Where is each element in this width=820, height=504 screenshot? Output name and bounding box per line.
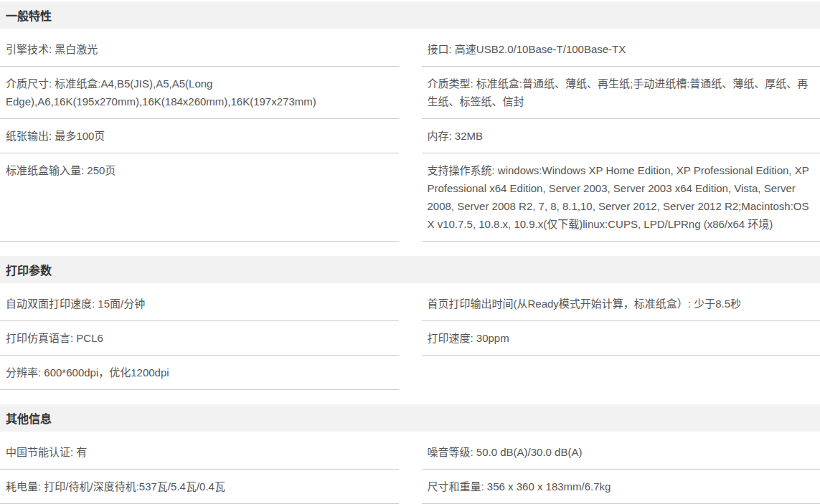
- section-header: 其他信息: [0, 404, 820, 432]
- spec-text: 引擎技术: 黑白激光: [6, 43, 98, 55]
- section-body: 自动双面打印速度: 15面/分钟首页打印输出时间(从Ready模式开始计算，标准…: [0, 287, 820, 390]
- section-title: 打印参数: [6, 261, 52, 278]
- spec-cell-left: 耗电量: 打印/待机/深度待机:537瓦/5.4瓦/0.4瓦: [0, 470, 399, 504]
- spec-text: 打印速度: 30ppm: [428, 332, 509, 344]
- spec-text: 接口: 高速USB2.0/10Base-T/100Base-TX: [428, 43, 626, 55]
- section-body: 中国节能认证: 有噪音等级: 50.0 dB(A)/30.0 dB(A)耗电量:…: [0, 435, 820, 504]
- spec-page: 一般特性 引擎技术: 黑白激光接口: 高速USB2.0/10Base-T/100…: [0, 0, 820, 504]
- spec-cell-left: 自动双面打印速度: 15面/分钟: [0, 287, 399, 321]
- spec-cell-left: 标准纸盒输入量: 250页: [0, 153, 399, 242]
- spec-cell-left: 纸张输出: 最多100页: [0, 119, 399, 153]
- spec-text: 支持操作系统: windows:Windows XP Home Edition,…: [428, 164, 809, 230]
- spec-text: 尺寸和重量: 356 x 360 x 183mm/6.7kg: [428, 480, 611, 493]
- spec-text: 纸张输出: 最多100页: [6, 130, 105, 142]
- spec-cell-left: 引擎技术: 黑白激光: [0, 32, 399, 67]
- spec-text: 噪音等级: 50.0 dB(A)/30.0 dB(A): [428, 446, 583, 458]
- spec-cell-right: 介质类型: 标准纸盒:普通纸、薄纸、再生纸;手动进纸槽:普通纸、薄纸、厚纸、再生…: [422, 67, 820, 119]
- spec-cell-left: 打印仿真语言: PCL6: [0, 321, 399, 356]
- spec-cell-right: [422, 356, 820, 390]
- spec-text: 介质类型: 标准纸盒:普通纸、薄纸、再生纸;手动进纸槽:普通纸、薄纸、厚纸、再生…: [428, 77, 809, 108]
- spec-cell-right: 首页打印输出时间(从Ready模式开始计算，标准纸盒）: 少于8.5秒: [422, 287, 820, 321]
- spec-cell-right: 接口: 高速USB2.0/10Base-T/100Base-TX: [422, 32, 820, 67]
- spec-text: 内存: 32MB: [428, 130, 484, 142]
- spec-cell-right: 尺寸和重量: 356 x 360 x 183mm/6.7kg: [422, 470, 820, 504]
- spec-cell-right: 内存: 32MB: [422, 119, 820, 153]
- spec-cell-left: 介质尺寸: 标准纸盒:A4,B5(JIS),A5,A5(Long Edge),A…: [0, 67, 399, 119]
- spec-section: 一般特性 引擎技术: 黑白激光接口: 高速USB2.0/10Base-T/100…: [0, 1, 820, 242]
- spec-text: 自动双面打印速度: 15面/分钟: [6, 298, 145, 310]
- spec-text: 分辨率: 600*600dpi，优化1200dpi: [6, 366, 169, 379]
- spec-text: 中国节能认证: 有: [6, 446, 87, 458]
- spec-text: 介质尺寸: 标准纸盒:A4,B5(JIS),A5,A5(Long Edge),A…: [6, 77, 316, 108]
- section-title: 一般特性: [6, 6, 52, 24]
- spec-cell-right: 噪音等级: 50.0 dB(A)/30.0 dB(A): [422, 435, 820, 470]
- section-title: 其他信息: [6, 409, 52, 427]
- section-body: 引擎技术: 黑白激光接口: 高速USB2.0/10Base-T/100Base-…: [0, 32, 820, 242]
- spec-section: 其他信息 中国节能认证: 有噪音等级: 50.0 dB(A)/30.0 dB(A…: [0, 404, 820, 504]
- spec-text: 首页打印输出时间(从Ready模式开始计算，标准纸盒）: 少于8.5秒: [428, 298, 742, 310]
- spec-text: 耗电量: 打印/待机/深度待机:537瓦/5.4瓦/0.4瓦: [6, 480, 225, 493]
- spec-section: 打印参数 自动双面打印速度: 15面/分钟首页打印输出时间(从Ready模式开始…: [0, 256, 820, 390]
- section-header: 打印参数: [0, 256, 820, 283]
- spec-text: 标准纸盒输入量: 250页: [6, 164, 116, 176]
- spec-cell-left: 中国节能认证: 有: [0, 435, 399, 470]
- spec-text: 打印仿真语言: PCL6: [6, 332, 103, 344]
- spec-cell-left: 分辨率: 600*600dpi，优化1200dpi: [0, 356, 399, 390]
- spec-cell-right: 支持操作系统: windows:Windows XP Home Edition,…: [422, 153, 820, 242]
- spec-cell-right: 打印速度: 30ppm: [422, 321, 820, 356]
- section-header: 一般特性: [0, 1, 820, 29]
